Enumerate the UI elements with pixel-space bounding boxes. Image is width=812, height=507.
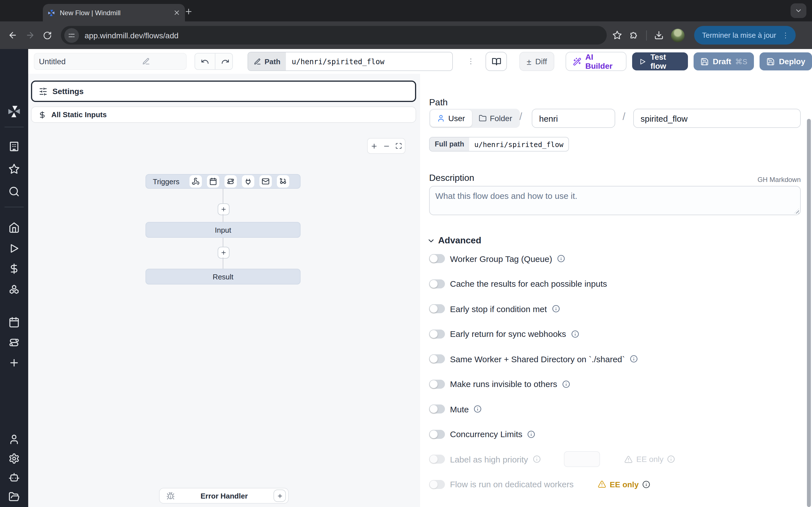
sidebar-item-account[interactable] [6,432,22,447]
test-flow-button[interactable]: Test flow [632,52,688,70]
path-owner-input[interactable] [532,109,615,128]
insert-step-button[interactable] [218,247,230,259]
extensions-icon[interactable] [629,31,639,40]
tab-search-chevron[interactable] [791,3,806,18]
advanced-section-header[interactable]: Advanced [427,235,481,245]
priority-input[interactable] [564,451,600,467]
trigger-poll-button[interactable] [277,175,289,187]
path-name-input[interactable] [633,109,801,128]
zoom-out-icon[interactable] [383,142,390,150]
bookmark-star-icon[interactable] [612,31,622,40]
trigger-schedule-button[interactable] [207,175,219,187]
browser-tab[interactable]: New Flow | Windmill [43,4,185,21]
toggle-cache-the-results-for-each-possible-inputs[interactable] [429,279,445,288]
panel-scrollbar-thumb[interactable] [807,119,811,507]
forward-button[interactable] [26,31,35,40]
sidebar-item-runs[interactable] [6,240,22,256]
toggle-label-as-high-priority[interactable] [429,455,445,464]
toggle-knob [430,255,438,263]
draft-button[interactable]: Draft ⌘S [694,52,754,70]
download-icon[interactable] [654,31,664,40]
toggle-flow-is-run-on-dedicated-workers[interactable] [429,480,445,489]
docs-button[interactable] [486,52,507,71]
settings-icon [8,453,20,464]
sidebar-item-search[interactable] [6,184,22,200]
sidebar-item-favorites[interactable] [6,161,22,177]
all-static-inputs-label: All Static Inputs [51,110,107,119]
undo-button[interactable] [195,54,214,69]
info-icon[interactable] [552,305,560,313]
toggle-label: Label as high priority [450,454,528,464]
info-icon[interactable] [571,330,579,338]
sidebar-item-create[interactable] [6,355,22,371]
browser-tab-strip: New Flow | Windmill [0,0,812,21]
info-icon[interactable] [667,455,675,463]
update-browser-button[interactable]: Terminer la mise à jour [694,26,795,45]
info-icon[interactable] [557,255,565,263]
profile-avatar[interactable] [671,29,684,42]
triggers-node[interactable]: Triggers [146,174,301,189]
redo-button[interactable] [214,54,233,69]
sidebar-item-workspace[interactable] [6,138,22,154]
all-static-inputs-card[interactable]: All Static Inputs [31,107,416,123]
info-icon[interactable] [630,355,638,363]
home-icon [8,222,20,233]
sidebar-item-flows[interactable] [6,335,22,350]
insert-step-button[interactable] [218,203,230,215]
description-textarea[interactable] [429,186,801,215]
info-icon[interactable] [533,455,541,463]
fit-view-icon[interactable] [396,143,402,149]
trigger-email-button[interactable] [259,175,272,187]
chevron-down-icon [427,236,435,245]
ai-builder-button[interactable]: AI Builder [566,52,627,71]
trigger-http-route-button[interactable] [224,175,237,187]
more-options-icon[interactable] [467,57,476,66]
sidebar-item-schedules[interactable] [6,314,22,330]
full-path-value: u/henri/spirited_flow [469,137,568,151]
sidebar-item-workers[interactable] [6,470,22,486]
new-tab-button[interactable] [185,7,193,16]
tab-close-icon[interactable] [173,9,181,16]
sidebar-item-folders[interactable] [6,489,22,505]
toggle-same-worker-shared-directory-on-shared[interactable] [429,354,445,363]
trigger-websocket-button[interactable] [242,175,254,187]
site-info-button[interactable] [64,28,79,43]
trigger-webhook-button[interactable] [190,175,202,187]
info-icon[interactable] [474,405,482,413]
info-icon[interactable] [562,380,570,388]
trigger-websocket-icon [244,177,252,185]
sidebar-item-settings[interactable] [6,451,22,466]
url-bar[interactable]: app.windmill.dev/flows/add [61,26,607,45]
add-error-handler-button[interactable] [273,490,286,502]
sidebar-item-home[interactable] [6,220,22,235]
windmill-logo[interactable] [7,104,21,119]
info-icon[interactable] [642,480,650,488]
path-value[interactable]: u/henri/spirited_flow [286,52,453,70]
deploy-button[interactable]: Deploy [760,52,812,70]
sidebar-item-variables[interactable] [6,261,22,277]
full-path-display: Full path u/henri/spirited_flow [429,137,569,152]
settings-card[interactable]: Settings [31,80,416,102]
diff-button[interactable]: ± Diff [519,52,554,71]
path-editor[interactable]: Path u/henri/spirited_flow [248,52,453,71]
result-node[interactable]: Result [146,269,301,284]
toggle-worker-group-tag-queue[interactable] [429,254,445,263]
toggle-early-stop-if-condition-met[interactable] [429,304,445,313]
owner-kind-folder[interactable]: Folder [472,110,519,127]
flow-name-input[interactable]: Untitled [34,53,186,70]
zoom-in-icon[interactable] [370,142,377,150]
reload-button[interactable] [43,31,52,40]
back-button[interactable] [8,31,17,40]
graph-edge [223,238,223,247]
plus-icon [220,249,227,256]
toggle-make-runs-invisible-to-others[interactable] [429,379,445,388]
toggle-concurrency-limits[interactable] [429,430,445,439]
error-handler-node[interactable]: Error Handler [159,488,289,504]
toggle-early-return-for-sync-webhooks[interactable] [429,329,445,338]
info-icon[interactable] [527,430,536,438]
toggle-mute[interactable] [429,404,445,413]
sidebar-item-resources[interactable] [6,281,22,297]
owner-kind-user[interactable]: User [430,110,472,127]
input-node[interactable]: Input [146,222,301,238]
browser-menu-icon[interactable] [781,31,790,40]
